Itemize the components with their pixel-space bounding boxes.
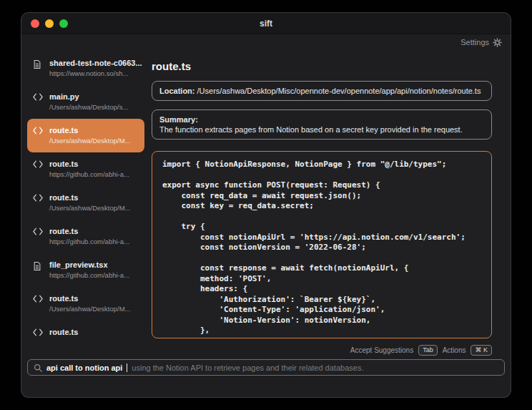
sidebar-item-route-ts-local-3[interactable]: route.ts /Users/ashwa/Desktop/M... xyxy=(27,287,144,321)
traffic-lights xyxy=(31,19,68,28)
file-path: https://github.com/abhi-a... xyxy=(49,238,129,246)
sidebar-item-route-ts-partial[interactable]: route.ts xyxy=(27,321,144,346)
text-cursor xyxy=(127,363,127,372)
tab-key-badge: Tab xyxy=(418,345,438,356)
location-value: /Users/ashwa/Desktop/Misc/opennote-dev/o… xyxy=(197,87,481,95)
summary-value: The function extracts pages from Notion … xyxy=(159,125,463,134)
code-icon xyxy=(33,228,43,235)
sidebar-item-file-preview-tsx[interactable]: file_preview.tsx https://github.com/abhi… xyxy=(27,253,144,287)
code-icon xyxy=(33,194,43,202)
file-name: route.ts xyxy=(49,126,131,135)
file-path: https://github.com/abhi-a... xyxy=(49,170,129,179)
file-name: file_preview.tsx xyxy=(49,260,129,270)
file-name: main.py xyxy=(49,92,128,102)
titlebar[interactable]: sift xyxy=(21,13,511,34)
search-query-text: api call to notion api xyxy=(46,363,122,372)
sidebar-item-route-ts-selected[interactable]: route.ts /Users/ashwa/Desktop/M... xyxy=(27,119,144,152)
file-path: /Users/ashwa/Desktop/M... xyxy=(49,305,131,313)
detail-panel: route.ts Location: /Users/ashwa/Desktop/… xyxy=(150,50,511,356)
file-path: /Users/ashwa/Desktop/s... xyxy=(49,103,128,112)
cmd-k-key-badge: ⌘ K xyxy=(471,345,492,356)
file-name: route.ts xyxy=(49,328,78,337)
sidebar-item-main-py[interactable]: main.py /Users/ashwa/Desktop/s... xyxy=(27,85,144,119)
gear-icon[interactable] xyxy=(493,38,502,47)
file-name: route.ts xyxy=(49,294,131,303)
file-list-sidebar[interactable]: shared-test-note-c0663... https://www.no… xyxy=(21,50,150,356)
code-icon xyxy=(33,93,43,101)
code-preview[interactable]: import { NotionApiResponse, NotionPage }… xyxy=(152,151,492,338)
file-name: shared-test-note-c0663... xyxy=(49,59,140,68)
inline-suggestion-text: using the Notion API to retrieve pages a… xyxy=(132,363,363,372)
accept-suggestions-label: Accept Suggestions xyxy=(350,346,413,354)
sidebar-item-shared-test-note[interactable]: shared-test-note-c0663... https://www.no… xyxy=(27,52,144,85)
sidebar-item-route-ts-github-2[interactable]: route.ts https://github.com/abhi-a... xyxy=(27,220,144,253)
settings-row: Settings xyxy=(21,34,511,50)
code-icon xyxy=(33,127,43,135)
location-box: Location: /Users/ashwa/Desktop/Misc/open… xyxy=(152,81,492,101)
code-content: import { NotionApiResponse, NotionPage }… xyxy=(162,160,481,336)
app-window: sift Settings xyxy=(21,13,511,397)
close-window-button[interactable] xyxy=(31,19,39,28)
shortcut-hints: Accept Suggestions Tab Actions ⌘ K xyxy=(152,345,492,356)
location-label: Location: xyxy=(159,87,195,95)
summary-label: Summary: xyxy=(159,114,484,125)
content-area: shared-test-note-c0663... https://www.no… xyxy=(21,50,511,356)
window-title: sift xyxy=(21,19,511,29)
page-title: route.ts xyxy=(152,60,492,72)
code-icon xyxy=(33,295,43,303)
file-name: route.ts xyxy=(49,227,129,236)
code-icon xyxy=(33,328,43,336)
summary-box: Summary: The function extracts pages fro… xyxy=(152,109,492,140)
document-icon xyxy=(33,59,43,69)
actions-label[interactable]: Actions xyxy=(443,346,466,354)
file-path: https://github.com/abhi-a... xyxy=(49,271,129,280)
sidebar-item-route-ts-github-1[interactable]: route.ts https://github.com/abhi-a... xyxy=(27,152,144,186)
file-path: /Users/ashwa/Desktop/M... xyxy=(49,204,131,213)
search-icon xyxy=(34,363,42,372)
search-input[interactable]: api call to notion api using the Notion … xyxy=(27,359,505,376)
zoom-window-button[interactable] xyxy=(59,19,68,28)
file-name: route.ts xyxy=(49,160,129,169)
file-path: https://www.notion.so/sh... xyxy=(49,69,140,78)
code-icon xyxy=(33,160,43,168)
minimize-window-button[interactable] xyxy=(45,19,54,28)
document-icon xyxy=(33,261,43,271)
file-name: route.ts xyxy=(49,193,131,202)
sidebar-item-route-ts-local-2[interactable]: route.ts /Users/ashwa/Desktop/M... xyxy=(27,186,144,220)
settings-link[interactable]: Settings xyxy=(460,38,489,47)
file-path: /Users/ashwa/Desktop/M... xyxy=(49,137,131,145)
